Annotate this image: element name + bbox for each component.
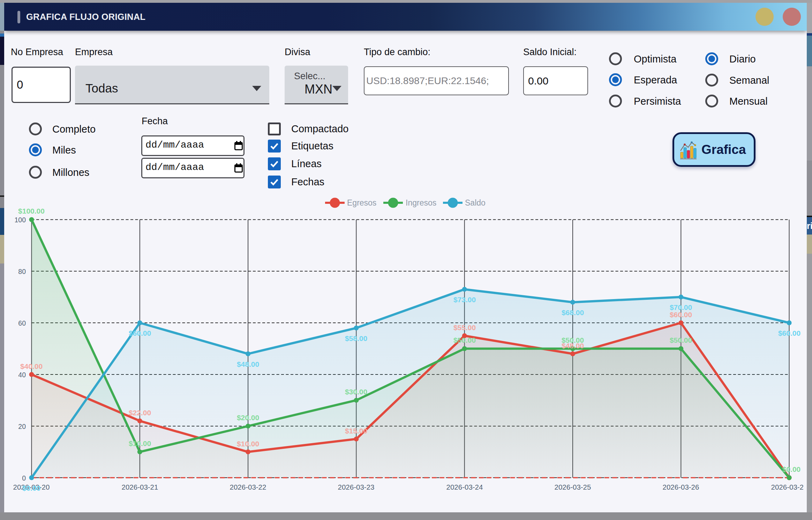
svg-text:2026-03-23: 2026-03-23 — [338, 483, 375, 491]
svg-text:$60.00: $60.00 — [670, 311, 692, 319]
svg-text:$73.00: $73.00 — [453, 296, 476, 304]
svg-text:2026-03-26: 2026-03-26 — [663, 483, 699, 491]
svg-text:2026-03-24: 2026-03-24 — [446, 483, 483, 491]
svg-text:$60.00: $60.00 — [778, 329, 800, 337]
svg-text:$60.00: $60.00 — [129, 329, 151, 337]
svg-text:40: 40 — [18, 371, 26, 379]
svg-text:Ingresos: Ingresos — [406, 198, 436, 207]
svg-text:2026-03-25: 2026-03-25 — [555, 483, 591, 491]
svg-text:$58.00: $58.00 — [345, 334, 367, 342]
svg-text:$48.00: $48.00 — [237, 360, 259, 368]
svg-text:$100.00: $100.00 — [18, 207, 45, 215]
svg-text:$55.00: $55.00 — [453, 324, 476, 332]
svg-text:60: 60 — [18, 319, 26, 327]
svg-text:0: 0 — [22, 474, 26, 482]
svg-text:20: 20 — [18, 423, 26, 430]
svg-text:$50.00: $50.00 — [562, 336, 584, 344]
svg-text:$30.00: $30.00 — [345, 388, 367, 396]
svg-text:80: 80 — [18, 268, 26, 275]
svg-text:Saldo: Saldo — [465, 198, 486, 207]
svg-text:$0.00: $0.00 — [22, 484, 41, 492]
svg-text:$22.00: $22.00 — [129, 409, 151, 417]
svg-text:$70.00: $70.00 — [670, 303, 692, 311]
svg-text:2026-03-27: 2026-03-27 — [771, 483, 808, 491]
svg-text:$0.00: $0.00 — [782, 465, 801, 473]
svg-text:$10.00: $10.00 — [129, 439, 151, 447]
svg-text:$40.00: $40.00 — [20, 362, 43, 370]
svg-text:$15.00: $15.00 — [345, 427, 367, 435]
svg-text:$50.00: $50.00 — [670, 336, 692, 344]
svg-text:$50.00: $50.00 — [453, 336, 476, 344]
svg-text:$20.00: $20.00 — [237, 414, 259, 422]
svg-text:$68.00: $68.00 — [562, 309, 584, 317]
svg-text:$10.00: $10.00 — [237, 440, 259, 448]
svg-text:2026-03-22: 2026-03-22 — [230, 483, 266, 491]
svg-text:Egresos: Egresos — [347, 198, 376, 207]
svg-text:100: 100 — [14, 216, 26, 224]
svg-text:2026-03-21: 2026-03-21 — [122, 483, 158, 491]
